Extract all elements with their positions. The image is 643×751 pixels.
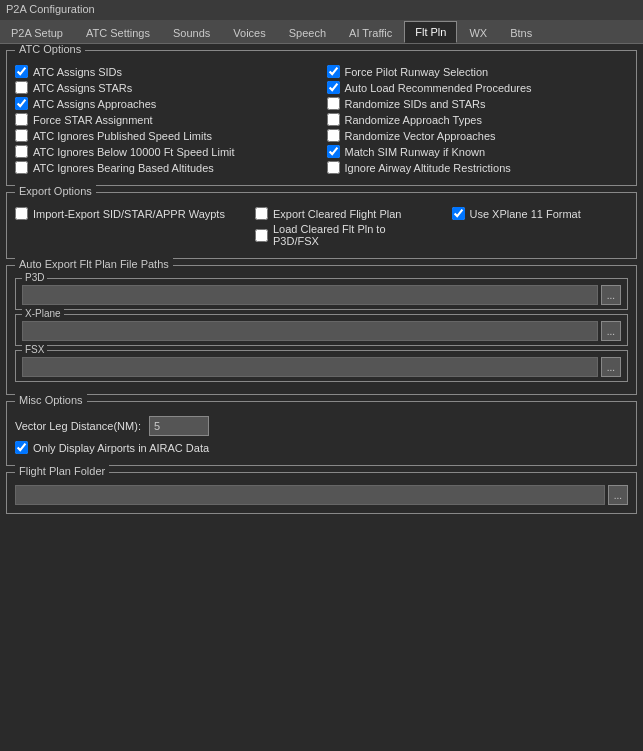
flight-plan-folder-inner: ... (15, 485, 628, 505)
rand-vector-label[interactable]: Randomize Vector Approaches (345, 130, 496, 142)
ignore-speed-checkbox[interactable] (15, 129, 28, 142)
atc-approaches-row: ATC Assigns Approaches (15, 97, 317, 110)
p3d-path-input[interactable] (22, 285, 598, 305)
atc-stars-checkbox[interactable] (15, 81, 28, 94)
export-cleared-label[interactable]: Export Cleared Flight Plan (273, 208, 401, 220)
rand-vector-row: Randomize Vector Approaches (327, 129, 629, 142)
misc-options-title: Misc Options (15, 394, 87, 406)
atc-stars-row: ATC Assigns STARs (15, 81, 317, 94)
title-text: P2A Configuration (6, 3, 95, 15)
tab-btns[interactable]: Btns (499, 21, 543, 43)
import-export-sid-row: Import-Export SID/STAR/APPR Waypts (15, 207, 235, 220)
force-pilot-rwy-checkbox[interactable] (327, 65, 340, 78)
below-10k-checkbox[interactable] (15, 145, 28, 158)
rand-approach-checkbox[interactable] (327, 113, 340, 126)
fsx-path-input[interactable] (22, 357, 598, 377)
ignore-speed-label[interactable]: ATC Ignores Published Speed Limits (33, 130, 212, 142)
auto-export-paths-title: Auto Export Flt Plan File Paths (15, 258, 173, 270)
load-cleared-p3d-label[interactable]: Load Cleared Flt Pln to P3D/FSX (273, 223, 432, 247)
atc-options-group: ATC Options ATC Assigns SIDs ATC Assigns… (6, 50, 637, 186)
atc-options-title: ATC Options (15, 44, 85, 55)
flight-plan-folder-browse-button[interactable]: ... (608, 485, 628, 505)
fsx-path-group: FSX ... (15, 350, 628, 382)
atc-sids-row: ATC Assigns SIDs (15, 65, 317, 78)
fsx-path-label: FSX (22, 344, 47, 355)
atc-sids-label[interactable]: ATC Assigns SIDs (33, 66, 122, 78)
xplane-path-group: X-Plane ... (15, 314, 628, 346)
force-star-checkbox[interactable] (15, 113, 28, 126)
force-pilot-rwy-row: Force Pilot Runway Selection (327, 65, 629, 78)
flight-plan-folder-group: Flight Plan Folder ... (6, 472, 637, 514)
xplane-browse-button[interactable]: ... (601, 321, 621, 341)
bearing-alt-label[interactable]: ATC Ignores Bearing Based Altitudes (33, 162, 214, 174)
force-star-label[interactable]: Force STAR Assignment (33, 114, 153, 126)
tab-wx[interactable]: WX (458, 21, 498, 43)
only-airac-checkbox[interactable] (15, 441, 28, 454)
ignore-speed-row: ATC Ignores Published Speed Limits (15, 129, 317, 142)
force-pilot-rwy-label[interactable]: Force Pilot Runway Selection (345, 66, 489, 78)
rand-approach-label[interactable]: Randomize Approach Types (345, 114, 482, 126)
tab-atc-settings[interactable]: ATC Settings (75, 21, 161, 43)
match-sim-rwy-checkbox[interactable] (327, 145, 340, 158)
load-cleared-p3d-checkbox[interactable] (255, 229, 268, 242)
tab-ai-traffic[interactable]: AI Traffic (338, 21, 403, 43)
auto-load-label[interactable]: Auto Load Recommended Procedures (345, 82, 532, 94)
tab-bar: P2A Setup ATC Settings Sounds Voices Spe… (0, 20, 643, 44)
force-star-row: Force STAR Assignment (15, 113, 317, 126)
atc-sids-checkbox[interactable] (15, 65, 28, 78)
use-xplane11-checkbox[interactable] (452, 207, 465, 220)
tab-speech[interactable]: Speech (278, 21, 337, 43)
atc-approaches-label[interactable]: ATC Assigns Approaches (33, 98, 156, 110)
use-xplane11-label[interactable]: Use XPlane 11 Format (470, 208, 581, 220)
export-cleared-row: Export Cleared Flight Plan (255, 207, 432, 220)
p3d-path-group: P3D ... (15, 278, 628, 310)
fsx-path-inner: ... (22, 357, 621, 377)
p3d-path-inner: ... (22, 285, 621, 305)
flight-plan-folder-title: Flight Plan Folder (15, 465, 109, 477)
main-content: ATC Options ATC Assigns SIDs ATC Assigns… (0, 44, 643, 751)
export-options-group: Export Options Import-Export SID/STAR/AP… (6, 192, 637, 259)
rand-sids-stars-checkbox[interactable] (327, 97, 340, 110)
tab-flt-pln[interactable]: Flt Pln (404, 21, 457, 43)
atc-stars-label[interactable]: ATC Assigns STARs (33, 82, 132, 94)
title-bar: P2A Configuration (0, 0, 643, 20)
match-sim-rwy-label[interactable]: Match SIM Runway if Known (345, 146, 486, 158)
below-10k-row: ATC Ignores Below 10000 Ft Speed Limit (15, 145, 317, 158)
import-export-sid-checkbox[interactable] (15, 207, 28, 220)
import-export-sid-label[interactable]: Import-Export SID/STAR/APPR Waypts (33, 208, 225, 220)
tab-voices[interactable]: Voices (222, 21, 276, 43)
below-10k-label[interactable]: ATC Ignores Below 10000 Ft Speed Limit (33, 146, 235, 158)
ignore-airway-alt-label[interactable]: Ignore Airway Altitude Restrictions (345, 162, 511, 174)
auto-load-checkbox[interactable] (327, 81, 340, 94)
use-xplane11-row: Use XPlane 11 Format (452, 207, 629, 220)
auto-export-paths-group: Auto Export Flt Plan File Paths P3D ... … (6, 265, 637, 395)
xplane-path-input[interactable] (22, 321, 598, 341)
auto-load-row: Auto Load Recommended Procedures (327, 81, 629, 94)
export-cleared-checkbox[interactable] (255, 207, 268, 220)
only-airac-label[interactable]: Only Display Airports in AIRAC Data (33, 442, 209, 454)
flight-plan-folder-input[interactable] (15, 485, 605, 505)
fsx-browse-button[interactable]: ... (601, 357, 621, 377)
ignore-airway-alt-row: Ignore Airway Altitude Restrictions (327, 161, 629, 174)
rand-sids-stars-label[interactable]: Randomize SIDs and STARs (345, 98, 486, 110)
vector-leg-row: Vector Leg Distance(NM): (15, 416, 628, 436)
ignore-airway-alt-checkbox[interactable] (327, 161, 340, 174)
atc-options-left: ATC Assigns SIDs ATC Assigns STARs ATC A… (15, 63, 317, 177)
vector-leg-label: Vector Leg Distance(NM): (15, 420, 141, 432)
bearing-alt-row: ATC Ignores Bearing Based Altitudes (15, 161, 317, 174)
misc-options-group: Misc Options Vector Leg Distance(NM): On… (6, 401, 637, 466)
bearing-alt-checkbox[interactable] (15, 161, 28, 174)
xplane-path-inner: ... (22, 321, 621, 341)
atc-options-right: Force Pilot Runway Selection Auto Load R… (327, 63, 629, 177)
rand-approach-row: Randomize Approach Types (327, 113, 629, 126)
tab-p2a-setup[interactable]: P2A Setup (0, 21, 74, 43)
tab-sounds[interactable]: Sounds (162, 21, 221, 43)
rand-sids-stars-row: Randomize SIDs and STARs (327, 97, 629, 110)
load-cleared-p3d-row: Load Cleared Flt Pln to P3D/FSX (255, 223, 432, 247)
vector-leg-input[interactable] (149, 416, 209, 436)
p3d-path-label: P3D (22, 272, 47, 283)
atc-approaches-checkbox[interactable] (15, 97, 28, 110)
rand-vector-checkbox[interactable] (327, 129, 340, 142)
p3d-browse-button[interactable]: ... (601, 285, 621, 305)
export-options-title: Export Options (15, 185, 96, 197)
